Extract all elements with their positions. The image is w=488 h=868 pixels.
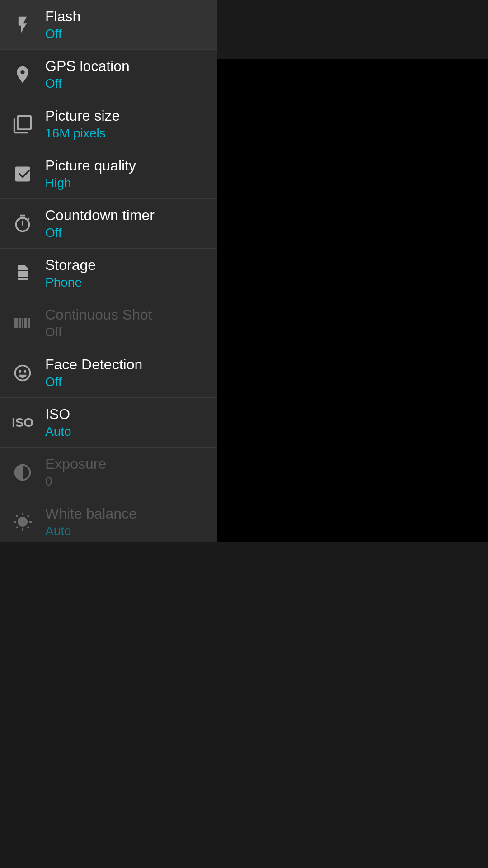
picture-size-icon xyxy=(9,111,36,138)
picture-quality-icon xyxy=(9,160,36,188)
gps-name: GPS location xyxy=(45,58,130,75)
picture-size-text: Picture size 16M pixels xyxy=(45,108,120,141)
setting-item-picture-quality[interactable]: Picture quality High xyxy=(0,149,217,199)
setting-item-picture-size[interactable]: Picture size 16M pixels xyxy=(0,99,217,149)
setting-item-exposure[interactable]: Exposure 0 xyxy=(0,448,217,497)
flash-icon xyxy=(9,11,36,38)
exposure-icon xyxy=(9,459,36,486)
flash-name: Flash xyxy=(45,8,80,25)
exposure-name: Exposure xyxy=(45,456,106,472)
face-detection-icon xyxy=(9,359,36,387)
exposure-value: 0 xyxy=(45,474,106,489)
storage-icon xyxy=(9,260,36,287)
picture-quality-name: Picture quality xyxy=(45,157,136,174)
continuous-shot-name: Continuous Shot xyxy=(45,307,152,323)
setting-item-storage[interactable]: Storage Phone xyxy=(0,249,217,298)
gps-value: Off xyxy=(45,76,130,91)
white-balance-icon xyxy=(9,509,36,536)
storage-value: Phone xyxy=(45,275,96,290)
countdown-text: Countdown timer Off xyxy=(45,207,155,240)
exposure-text: Exposure 0 xyxy=(45,456,106,489)
iso-text: ISO Auto xyxy=(45,406,71,439)
settings-panel: Flash Off GPS location Off Picture size … xyxy=(0,0,217,542)
picture-size-value: 16M pixels xyxy=(45,126,120,141)
white-balance-value: Auto xyxy=(45,524,137,538)
white-balance-name: White balance xyxy=(45,505,137,522)
storage-text: Storage Phone xyxy=(45,257,96,290)
countdown-value: Off xyxy=(45,226,155,240)
setting-item-face-detection[interactable]: Face Detection Off xyxy=(0,348,217,398)
bottom-area xyxy=(0,542,488,868)
setting-item-countdown[interactable]: Countdown timer Off xyxy=(0,199,217,249)
flash-text: Flash Off xyxy=(45,8,80,41)
setting-item-flash[interactable]: Flash Off xyxy=(0,0,217,50)
setting-item-gps[interactable]: GPS location Off xyxy=(0,50,217,99)
gps-text: GPS location Off xyxy=(45,58,130,91)
setting-item-continuous-shot[interactable]: Continuous Shot Off xyxy=(0,298,217,348)
continuous-shot-icon xyxy=(9,310,36,337)
setting-item-iso[interactable]: ISO ISO Auto xyxy=(0,398,217,448)
iso-icon: ISO xyxy=(9,409,36,436)
storage-name: Storage xyxy=(45,257,96,274)
picture-size-name: Picture size xyxy=(45,108,120,124)
white-balance-text: White balance Auto xyxy=(45,505,137,538)
continuous-shot-text: Continuous Shot Off xyxy=(45,307,152,340)
setting-item-white-balance[interactable]: White balance Auto xyxy=(0,497,217,547)
iso-value: Auto xyxy=(45,425,71,439)
gps-icon xyxy=(9,61,36,88)
iso-name: ISO xyxy=(45,406,71,423)
countdown-icon xyxy=(9,210,36,237)
flash-value: Off xyxy=(45,27,80,41)
face-detection-value: Off xyxy=(45,375,142,389)
continuous-shot-value: Off xyxy=(45,325,152,340)
picture-quality-text: Picture quality High xyxy=(45,157,136,190)
picture-quality-value: High xyxy=(45,176,136,190)
face-detection-text: Face Detection Off xyxy=(45,356,142,389)
face-detection-name: Face Detection xyxy=(45,356,142,373)
countdown-name: Countdown timer xyxy=(45,207,155,224)
